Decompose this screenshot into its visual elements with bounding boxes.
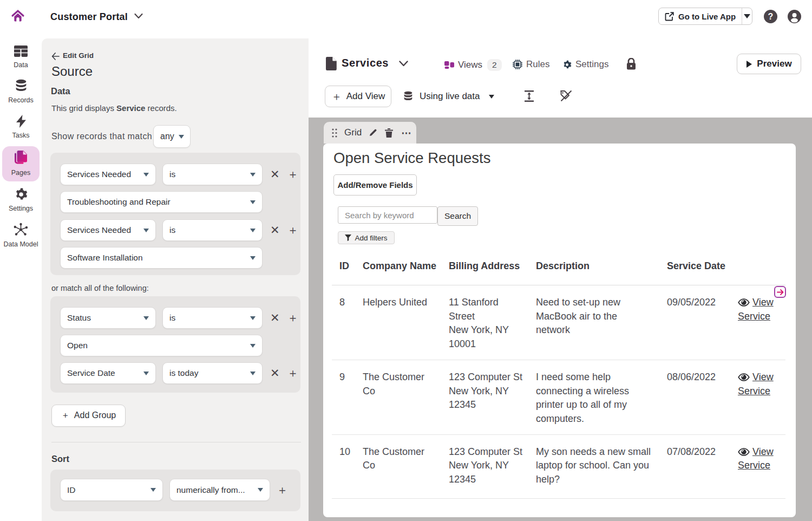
svg-text:?: ? xyxy=(768,12,774,21)
